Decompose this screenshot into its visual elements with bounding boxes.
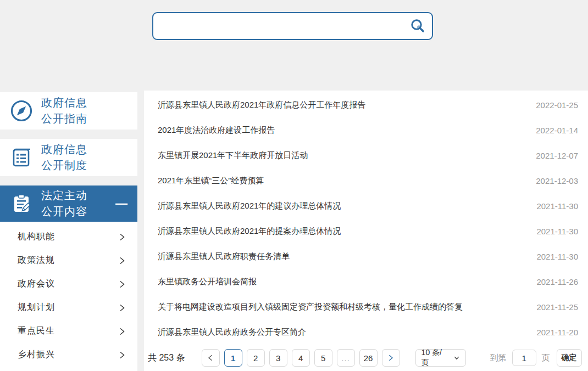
list-item-title[interactable]: 沂源县东里镇人民政府2021年的建议办理总体情况 xyxy=(158,201,341,211)
list-item[interactable]: 沂源县东里镇人民政府2021年的建议办理总体情况 2021-11-30 xyxy=(158,193,578,218)
list-item-date: 2021-11-30 xyxy=(536,252,578,261)
chevron-left-icon xyxy=(207,354,214,362)
list-item[interactable]: 东里镇政务公开培训会简报 2021-11-26 xyxy=(158,269,578,294)
page-size-select[interactable]: 10 条/页 xyxy=(415,349,466,367)
total-count-label: 共 253 条 xyxy=(148,352,185,364)
chevron-right-icon xyxy=(118,303,126,312)
sidebar-item-label: 政府信息 公开制度 xyxy=(41,142,87,173)
clipboard-pencil-icon xyxy=(9,191,34,216)
ledger-icon xyxy=(9,145,34,170)
chevron-down-icon xyxy=(453,355,460,361)
compass-icon xyxy=(9,98,34,123)
sidebar-item-gov-meetings[interactable]: 政府会议 xyxy=(0,272,137,296)
chevron-right-icon xyxy=(118,280,126,289)
list-item-title[interactable]: 沂源县东里镇人民政府2021年政府信息公开工作年度报告 xyxy=(158,100,365,110)
page-button-5[interactable]: 5 xyxy=(314,349,332,367)
submenu-label: 乡村振兴 xyxy=(18,349,55,361)
sidebar-item-label: 法定主动 公开内容 xyxy=(41,188,87,220)
sidebar-item-policies-regulations[interactable]: 政策法规 xyxy=(0,249,137,272)
page-button-3[interactable]: 3 xyxy=(269,349,287,367)
search-button[interactable] xyxy=(403,13,432,39)
page-button-1[interactable]: 1 xyxy=(224,349,242,367)
list-item-date: 2021-11-25 xyxy=(536,302,578,312)
sidebar-item-gov-info-system[interactable]: 政府信息 公开制度 xyxy=(0,139,137,176)
list-item[interactable]: 东里镇开展2021年下半年政府开放日活动 2021-12-07 xyxy=(158,143,578,168)
list-item[interactable]: 沂源县东里镇人民政府2021年的提案办理总体情况 2021-11-30 xyxy=(158,218,578,244)
sidebar-item-org-functions[interactable]: 机构职能 xyxy=(0,225,137,249)
list-item-title[interactable]: 关于将电网建设改造项目列入镇级固定资产投资额和村级考核，量化工作成绩的答复 xyxy=(158,302,463,312)
list-item-title[interactable]: 东里镇政务公开培训会简报 xyxy=(158,277,257,287)
list-item[interactable]: 2021年度法治政府建设工作报告 2022-01-14 xyxy=(158,117,578,143)
chevron-right-icon xyxy=(118,327,126,336)
list-item-date: 2022-01-14 xyxy=(536,126,578,135)
list-item-date: 2021-12-03 xyxy=(536,176,578,186)
page: 政府信息 公开指南 政府信息 公开制度 xyxy=(0,0,588,371)
list-item[interactable]: 2021年东里镇“三公”经费预算 2021-12-03 xyxy=(158,168,578,193)
list-item-title[interactable]: 沂源县东里镇人民政府2021年的提案办理总体情况 xyxy=(158,226,341,237)
prev-page-button[interactable] xyxy=(202,349,220,367)
search-input[interactable] xyxy=(153,13,403,39)
list-item-date: 2021-11-26 xyxy=(536,277,578,286)
page-button-4[interactable]: 4 xyxy=(292,349,310,367)
goto-prefix-label: 到第 xyxy=(490,353,507,363)
sidebar-submenu: 机构职能 政策法规 政府会议 规划计划 重点民生 xyxy=(0,222,137,371)
list-item-date: 2021-11-30 xyxy=(536,227,578,236)
next-page-button[interactable] xyxy=(382,349,400,367)
goto-page-input[interactable] xyxy=(512,350,536,366)
submenu-label: 规划计划 xyxy=(18,302,55,313)
list-item[interactable]: 关于将电网建设改造项目列入镇级固定资产投资额和村级考核，量化工作成绩的答复 20… xyxy=(158,294,578,319)
submenu-label: 政府会议 xyxy=(18,278,55,290)
article-list-panel: 沂源县东里镇人民政府2021年政府信息公开工作年度报告 2022-01-25 2… xyxy=(144,91,588,371)
list-item-title[interactable]: 东里镇开展2021年下半年政府开放日活动 xyxy=(158,150,308,161)
page-button-26[interactable]: 26 xyxy=(359,349,378,367)
list-item-date: 2021-12-07 xyxy=(536,151,578,160)
goto-page-group: 到第 页 xyxy=(490,350,550,366)
list-item-date: 2021-11-30 xyxy=(536,201,578,211)
list-item[interactable]: 沂源县东里镇人民政府2021年政府信息公开工作年度报告 2022-01-25 xyxy=(158,92,578,117)
page-ellipsis[interactable]: ... xyxy=(337,349,355,367)
search-box xyxy=(152,12,433,40)
sidebar-item-key-livelihood[interactable]: 重点民生 xyxy=(0,319,137,343)
pagination: 共 253 条 1 2 3 4 5 ... 26 10 条/页 xyxy=(148,345,578,371)
goto-suffix-label: 页 xyxy=(542,353,550,363)
sidebar-item-planning[interactable]: 规划计划 xyxy=(0,296,137,319)
sidebar-item-label: 政府信息 公开指南 xyxy=(41,95,87,127)
search-icon xyxy=(409,18,426,35)
submenu-label: 政策法规 xyxy=(18,255,55,266)
sidebar-item-gov-info-guide[interactable]: 政府信息 公开指南 xyxy=(0,92,137,130)
list-item-date: 2022-01-25 xyxy=(536,100,578,110)
list-item[interactable]: 沂源县东里镇人民政府政务公开专区简介 2021-11-20 xyxy=(158,319,578,345)
sidebar-item-statutory-disclosure[interactable]: 法定主动 公开内容 — xyxy=(0,186,137,222)
list-item-title[interactable]: 沂源县东里镇人民政府职责任务清单 xyxy=(158,251,290,262)
list-item-title[interactable]: 沂源县东里镇人民政府政务公开专区简介 xyxy=(158,327,306,338)
list-item-date: 2021-11-20 xyxy=(536,328,578,337)
submenu-label: 机构职能 xyxy=(18,231,55,243)
list-item-title[interactable]: 2021年度法治政府建设工作报告 xyxy=(158,125,275,136)
page-button-2[interactable]: 2 xyxy=(247,349,265,367)
submenu-label: 重点民生 xyxy=(18,325,55,337)
list-item[interactable]: 沂源县东里镇人民政府职责任务清单 2021-11-30 xyxy=(158,244,578,269)
chevron-right-icon xyxy=(118,233,126,241)
list-item-title[interactable]: 2021年东里镇“三公”经费预算 xyxy=(158,176,264,186)
chevron-right-icon xyxy=(387,354,395,362)
chevron-right-icon xyxy=(118,256,126,265)
sidebar-item-rural-revitalization[interactable]: 乡村振兴 xyxy=(0,343,137,367)
confirm-button[interactable]: 确定 xyxy=(557,349,582,367)
collapse-indicator-icon[interactable]: — xyxy=(115,198,127,210)
page-size-label: 10 条/页 xyxy=(421,348,450,368)
chevron-right-icon xyxy=(118,351,126,359)
